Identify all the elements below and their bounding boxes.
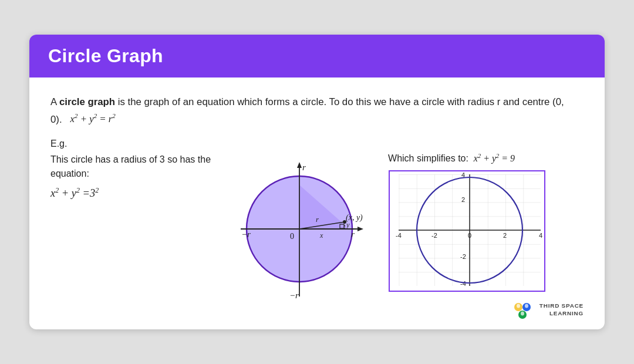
tsl-logo-icon bbox=[514, 301, 536, 319]
svg-text:-4: -4 bbox=[460, 280, 466, 287]
eg-label: E.g. bbox=[50, 139, 584, 149]
header: Circle Graph bbox=[29, 35, 605, 77]
svg-text:−r: −r bbox=[289, 291, 299, 299]
svg-text:4: 4 bbox=[539, 232, 542, 239]
svg-text:r: r bbox=[302, 163, 306, 172]
svg-text:-4: -4 bbox=[396, 232, 402, 239]
page-title: Circle Graph bbox=[48, 45, 163, 66]
right-example: Which simplifies to: x2 + y2 = 9 bbox=[388, 153, 547, 295]
svg-point-37 bbox=[517, 304, 520, 308]
grid-diagram: -4 -2 0 2 4 4 2 -2 -4 bbox=[388, 170, 547, 295]
svg-text:-2: -2 bbox=[431, 232, 437, 239]
left-example: This circle has a radius of 3 so has the… bbox=[50, 153, 211, 206]
svg-text:−r: −r bbox=[241, 230, 251, 239]
simplifies-text: Which simplifies to: x2 + y2 = 9 bbox=[388, 153, 547, 164]
svg-text:y: y bbox=[346, 221, 350, 229]
svg-text:x: x bbox=[319, 231, 323, 240]
svg-text:0: 0 bbox=[468, 232, 471, 239]
card: Circle Graph A circle graph is the graph… bbox=[29, 35, 605, 329]
svg-point-39 bbox=[521, 312, 524, 316]
bold-term: circle graph bbox=[59, 96, 115, 107]
svg-text:0: 0 bbox=[290, 232, 294, 241]
svg-point-38 bbox=[525, 304, 528, 308]
content: A circle graph is the graph of an equati… bbox=[29, 77, 605, 329]
main-equation: x2 + y2 = r2 bbox=[70, 113, 116, 124]
logo-area: THIRD SPACELEARNING bbox=[514, 301, 584, 319]
definition-text: A circle graph is the graph of an equati… bbox=[50, 94, 584, 128]
svg-text:-2: -2 bbox=[460, 253, 466, 260]
example-description: This circle has a radius of 3 so has the… bbox=[50, 153, 211, 182]
svg-marker-5 bbox=[358, 227, 363, 231]
svg-text:2: 2 bbox=[461, 196, 465, 203]
svg-marker-3 bbox=[297, 162, 302, 168]
circle-diagram: r −r r −r 0 (x, y) r bbox=[232, 153, 367, 294]
simplified-equation: x2 + y2 = 9 bbox=[474, 153, 515, 163]
left-equation: x2 + y2 =32 bbox=[50, 186, 211, 200]
svg-text:2: 2 bbox=[503, 232, 507, 239]
svg-text:r: r bbox=[351, 230, 355, 239]
examples-row: This circle has a radius of 3 so has the… bbox=[50, 153, 584, 295]
logo-text: THIRD SPACELEARNING bbox=[539, 302, 584, 318]
